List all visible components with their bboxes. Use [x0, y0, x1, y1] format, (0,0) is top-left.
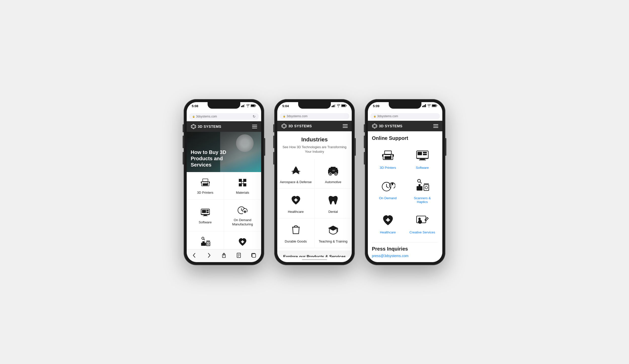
logo-icon-2: [281, 123, 287, 129]
svg-rect-84: [437, 105, 437, 106]
url-content-3: 🔒 3dsystems.com: [373, 114, 398, 118]
svg-rect-55: [334, 105, 334, 107]
svg-marker-8: [192, 125, 195, 128]
healthcare-icon-2: [289, 193, 303, 207]
support-item-creative[interactable]: Creative Services: [406, 209, 438, 237]
svg-rect-32: [206, 212, 209, 213]
support-creative-icon: [414, 212, 430, 228]
support-printers-icon: [380, 148, 396, 164]
home-indicator-2: [277, 257, 352, 262]
industries-grid: Aerospace & Defense: [277, 156, 352, 251]
lock-icon-2: 🔒: [283, 115, 286, 117]
svg-rect-54: [333, 105, 333, 107]
svg-rect-104: [417, 152, 422, 155]
support-scanners-icon: [414, 178, 430, 194]
svg-marker-87: [373, 125, 376, 127]
refresh-icon-1[interactable]: ↻: [253, 114, 256, 118]
svg-rect-37: [201, 243, 206, 246]
dental-icon: [326, 193, 340, 207]
support-item-healthcare[interactable]: Healthcare: [372, 209, 404, 237]
industry-dental[interactable]: Dental: [314, 189, 352, 218]
svg-rect-106: [423, 154, 426, 155]
svg-rect-19: [201, 181, 202, 183]
ondemand-label: On Demand Manufacturing: [226, 218, 259, 227]
industry-automotive[interactable]: Automotive: [314, 159, 352, 189]
industries-title: Industries: [282, 136, 347, 143]
hamburger-2[interactable]: [343, 124, 348, 128]
explore-bar[interactable]: Explore our Products & Services: [277, 251, 352, 257]
logo-2[interactable]: 3D SYSTEMS: [281, 123, 312, 129]
printers-label: 3D Printers: [197, 191, 213, 195]
url-bar-2[interactable]: 🔒 3dsystems.com: [280, 113, 349, 119]
grid-item-materials[interactable]: Materials: [224, 172, 261, 200]
notch-1: [208, 102, 240, 109]
tabs-button[interactable]: [249, 252, 259, 259]
hero-banner: How to Buy 3D Products and Services: [187, 132, 261, 172]
svg-rect-98: [382, 154, 383, 157]
bookmarks-button[interactable]: [234, 252, 244, 259]
hamburger-line-1: [252, 125, 257, 125]
svg-point-113: [425, 186, 427, 189]
back-button[interactable]: [189, 252, 199, 259]
status-bar-2: 5:04: [277, 102, 352, 112]
svg-rect-56: [335, 104, 335, 107]
industry-durable[interactable]: Durable Goods: [277, 218, 314, 248]
svg-rect-30: [202, 210, 206, 213]
logo-icon-1: [191, 124, 196, 129]
svg-rect-96: [384, 156, 391, 159]
svg-point-40: [207, 243, 209, 245]
logo-text-3: 3D SYSTEMS: [379, 124, 403, 128]
grid-item-ondemand[interactable]: On Demand Manufacturing: [224, 199, 261, 231]
industry-teaching[interactable]: Teaching & Training: [314, 218, 352, 248]
url-text-3: 3dsystems.com: [377, 114, 398, 118]
logo-1[interactable]: 3D SYSTEMS: [191, 124, 221, 129]
svg-point-121: [418, 220, 422, 224]
svg-rect-110: [416, 186, 422, 190]
svg-rect-76: [294, 199, 298, 200]
products-grid: 3D Printers Materials: [187, 172, 261, 249]
support-item-printers[interactable]: 3D Printers: [372, 145, 404, 173]
svg-rect-23: [239, 183, 242, 186]
hamburger-line-5: [343, 126, 348, 126]
url-content-1: 🔒 3dsystems.com: [192, 115, 217, 118]
healthcare-label-2: Healthcare: [288, 210, 304, 214]
svg-rect-45: [241, 241, 244, 242]
press-email[interactable]: press@3dsystems.com: [372, 254, 438, 258]
site-header-1: 3D SYSTEMS: [187, 121, 261, 132]
logo-3[interactable]: 3D SYSTEMS: [372, 123, 403, 129]
hamburger-3[interactable]: [433, 124, 438, 128]
grid-item-software[interactable]: Software: [187, 199, 224, 231]
automotive-label: Automotive: [325, 180, 341, 184]
support-grid: 3D Printers: [372, 145, 438, 237]
logo-text-2: 3D SYSTEMS: [288, 124, 312, 128]
url-bar-3[interactable]: 🔒 3dsystems.com: [370, 113, 440, 119]
forward-button[interactable]: [204, 252, 214, 259]
durable-icon: [289, 223, 303, 237]
support-creative-label: Creative Services: [410, 230, 435, 234]
support-ondemand-label: On Demand: [379, 196, 397, 200]
industry-healthcare[interactable]: Healthcare: [277, 189, 314, 218]
hamburger-line-4: [343, 124, 348, 125]
support-item-scanners[interactable]: Scanners & Haptics: [406, 175, 438, 207]
site-header-3: 3D SYSTEMS: [368, 121, 442, 131]
support-item-software[interactable]: Software: [406, 145, 438, 173]
grid-item-healthcare[interactable]: Healthcare: [224, 231, 261, 249]
healthcare-icon: [237, 236, 249, 248]
industry-aerospace[interactable]: Aerospace & Defense: [277, 159, 314, 189]
share-button[interactable]: [219, 252, 229, 259]
support-software-label: Software: [416, 166, 429, 170]
url-bar-1[interactable]: 🔒 3dsystems.com ↻: [189, 113, 259, 120]
industries-content: Industries See How 3D Technologies are T…: [277, 131, 352, 257]
status-icons-1: [241, 104, 256, 107]
grid-item-printers[interactable]: 3D Printers: [187, 172, 224, 200]
grid-item-scanners[interactable]: Scanners & Haptics: [187, 231, 224, 249]
hamburger-line-8: [433, 126, 438, 126]
svg-rect-52: [252, 254, 256, 257]
svg-rect-102: [420, 158, 425, 159]
hamburger-1[interactable]: [252, 125, 257, 128]
svg-rect-20: [209, 181, 210, 183]
support-software-icon: [414, 148, 430, 164]
svg-rect-103: [419, 159, 426, 160]
home-bar-2: [302, 259, 327, 260]
support-item-ondemand[interactable]: On Demand: [372, 175, 404, 207]
